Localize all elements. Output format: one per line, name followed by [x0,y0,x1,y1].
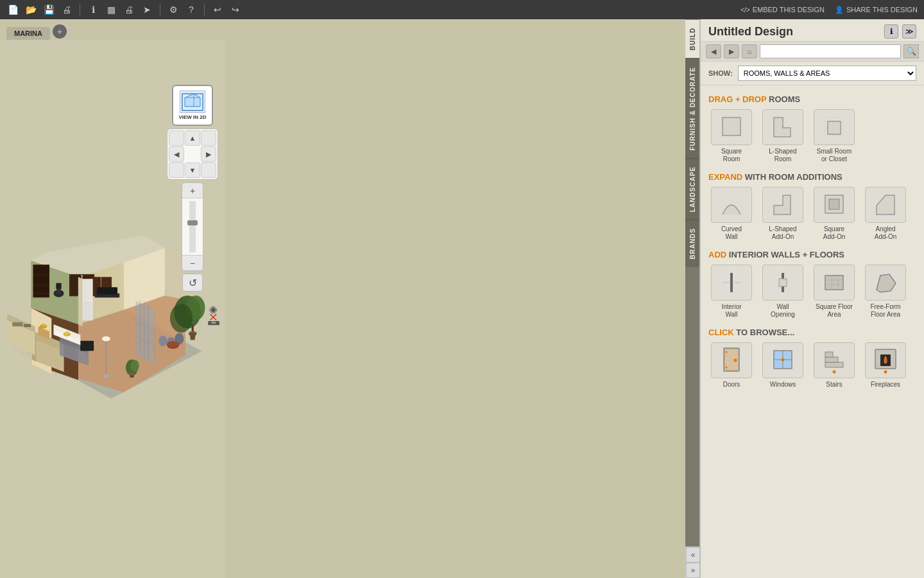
item-square-addon[interactable]: SquareAdd-On [811,187,857,241]
zoom-in-button[interactable]: + [182,183,203,198]
embed-share-area: </> EMBED THIS DESIGN 👤 SHARE THIS DESIG… [740,6,918,14]
print2-icon[interactable]: 🖨 [123,3,135,16]
svg-rect-48 [56,283,61,289]
svg-marker-83 [136,302,155,363]
redo-icon[interactable]: ↪ [229,3,242,16]
item-wall-opening[interactable]: WallOpening [760,265,806,319]
zoom-track[interactable] [189,201,196,252]
zoom-out-button[interactable]: − [182,255,203,270]
nav-arrow-center [185,146,200,162]
item-freeform-floor[interactable]: Free-FormFloor Area [862,265,909,319]
item-fireplaces[interactable]: Fireplaces [862,342,909,389]
svg-point-60 [41,324,46,327]
svg-text:HIDE: HIDE [212,322,216,324]
nav-forward-button[interactable]: ▶ [724,44,739,58]
sep1 [80,4,80,15]
svg-rect-117 [723,118,740,136]
collapse-up-button[interactable]: « [686,547,700,563]
item-small-room[interactable]: Small Roomor Closet [811,109,857,163]
svg-rect-50 [34,266,41,297]
export-icon[interactable]: ➤ [141,3,153,16]
panel-search-input[interactable] [760,44,901,58]
svg-rect-44 [86,280,92,301]
show-dropdown[interactable]: ROOMS, WALLS & AREAS FURNITURE & DECOR L… [738,66,916,81]
side-tabs: BUILD FURNISH & DECORATE LANDSCAPE BRAND… [685,19,699,578]
svg-rect-103 [212,306,214,308]
nav-arrow-downright[interactable] [201,162,216,178]
item-doors[interactable]: Doors [708,342,755,389]
tab-build[interactable]: BUILD [685,19,699,58]
item-windows[interactable]: Windows [760,342,806,389]
panel-info-icon[interactable]: ℹ [884,24,898,39]
nav-arrow-group: ▲ ◀ ▶ ▼ [167,128,218,180]
nav-arrow-right[interactable]: ▶ [201,146,216,162]
nav-arrow-down[interactable]: ▼ [185,162,200,178]
svg-point-78 [167,341,179,347]
panel-search-button[interactable]: 🔍 [903,44,919,58]
svg-rect-91 [12,322,22,326]
svg-point-80 [131,360,139,371]
item-square-floor[interactable]: Square FloorArea [811,265,857,319]
svg-rect-67 [81,342,93,350]
panel-collapse-icon[interactable]: ≫ [902,24,916,39]
canvas-area[interactable]: HIDE VIEW IN 2D ▲ ◀ ▶ ▼ [0,40,225,578]
section-browse-header: CLICK TO BROWSE... [708,328,916,337]
zoom-thumb[interactable] [187,220,198,225]
svg-point-144 [782,358,785,362]
tab-furnish[interactable]: FURNISH & DECORATE [685,58,699,159]
layout-icon[interactable]: ▦ [105,3,117,16]
view-2d-button[interactable]: VIEW IN 2D [172,85,213,126]
nav-arrow-left[interactable]: ◀ [169,146,184,162]
tab-marina[interactable]: MARINA [6,27,50,40]
svg-rect-119 [828,121,841,134]
sep2 [160,4,160,15]
nav-arrow-upleft[interactable] [169,130,184,146]
embed-button[interactable]: </> EMBED THIS DESIGN [740,6,825,13]
new-icon[interactable]: 📄 [6,3,19,16]
tab-brands[interactable]: BRANDS [685,220,699,267]
item-interior-wall[interactable]: InteriorWall [708,265,755,319]
item-l-shaped-room[interactable]: L-ShapedRoom [760,109,806,163]
help-icon[interactable]: ? [185,3,198,16]
svg-point-139 [726,351,728,353]
svg-point-138 [734,359,737,362]
item-l-shaped-addon[interactable]: L-ShapedAdd-On [760,187,806,241]
svg-point-151 [884,371,887,374]
open-icon[interactable]: 📂 [24,3,37,16]
item-curved-wall[interactable]: CurvedWall [708,187,755,241]
share-button[interactable]: 👤 SHARE THIS DESIGN [835,6,918,14]
browse-grid: Doors Windows [708,342,916,389]
svg-rect-147 [825,352,833,357]
nav-home-button[interactable]: ⌂ [742,44,757,58]
tab-landscape[interactable]: LANDSCAPE [685,158,699,220]
undo-icon[interactable]: ↩ [211,3,224,16]
panel-nav: ◀ ▶ ⌂ 🔍 [701,42,924,62]
item-square-room[interactable]: SquareRoom [708,109,755,163]
item-angled-addon[interactable]: AngledAdd-On [862,187,909,241]
info-icon[interactable]: ℹ [87,3,99,16]
svg-marker-118 [774,118,791,137]
show-row: SHOW: ROOMS, WALLS & AREAS FURNITURE & D… [701,62,924,85]
sep3 [204,4,205,15]
2d-icon [180,91,205,113]
panel-content: DRAG + DROP ROOMS SquareRoom L-ShapedRoo [701,85,924,578]
panel-header: Untitled Design ℹ ≫ [701,19,924,42]
right-panel: Untitled Design ℹ ≫ ◀ ▶ ⌂ 🔍 SHOW: ROOMS,… [699,19,924,578]
svg-rect-41 [97,287,117,294]
reset-view-button[interactable]: ↺ [182,274,203,292]
collapse-down-button[interactable]: » [686,563,700,578]
add-tab-button[interactable]: + [53,24,67,39]
nav-back-button[interactable]: ◀ [706,44,721,58]
nav-arrow-up[interactable]: ▲ [185,130,200,146]
nav-arrow-upright[interactable] [201,130,216,146]
tabbar: MARINA + [0,19,67,40]
print-icon[interactable]: 🖨 [60,3,73,16]
panel-collapse-area: « » [685,547,699,578]
interior-walls-grid: InteriorWall WallOpening [708,265,916,319]
nav-arrow-downleft[interactable] [169,162,184,178]
svg-marker-112 [185,94,200,107]
save-icon[interactable]: 💾 [42,3,55,16]
svg-rect-129 [779,279,787,286]
settings-icon[interactable]: ⚙ [167,3,180,16]
item-stairs[interactable]: Stairs [811,342,857,389]
